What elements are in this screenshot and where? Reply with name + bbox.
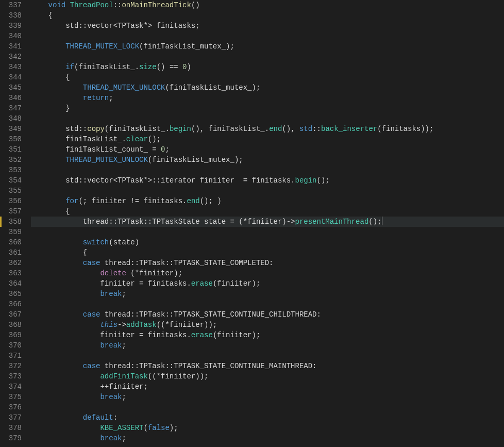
line-number: 361 [0, 247, 22, 258]
code-line[interactable]: THREAD_MUTEX_UNLOCK(finiTaskList_mutex_)… [31, 82, 504, 93]
code-token: break [100, 393, 122, 401]
code-line[interactable]: } [31, 103, 504, 113]
code-token: std [299, 125, 312, 133]
code-line[interactable]: break; [31, 392, 504, 402]
code-token: for [65, 197, 78, 205]
code-line[interactable]: this->addTask((*finiiter)); [31, 320, 504, 330]
code-line[interactable]: ++finiiter; [31, 382, 504, 392]
code-line[interactable]: for(; finiiter != finitasks.end(); ) [31, 196, 504, 206]
line-number: 363 [0, 268, 22, 278]
code-line[interactable] [31, 186, 504, 196]
code-token: ((*finiiter)); [148, 372, 209, 380]
code-line[interactable]: break; [31, 340, 504, 351]
code-area[interactable]: void ThreadPool::onMainThreadTick() { st… [31, 0, 504, 447]
code-token: finiiter = finitasks. [100, 331, 191, 339]
code-token: case [83, 310, 100, 319]
code-line[interactable]: case thread::TPTask::TPTASK_STATE_COMPLE… [31, 258, 504, 268]
code-token: (finiTaskList_mutex_); [139, 42, 234, 51]
code-token: finiTaskList_count_ = [65, 145, 161, 154]
code-token: (state) [109, 238, 139, 246]
code-token: copy [87, 125, 105, 133]
code-line[interactable]: THREAD_MUTEX_LOCK(finiTaskList_mutex_); [31, 41, 504, 52]
code-line[interactable]: THREAD_MUTEX_UNLOCK(finiTaskList_mutex_)… [31, 155, 504, 165]
code-line[interactable] [31, 351, 504, 361]
code-token: (finiTaskList_. [105, 125, 170, 133]
code-line[interactable]: KBE_ASSERT(false); [31, 423, 504, 433]
code-line[interactable]: finiTaskList_.clear(); [31, 134, 504, 144]
line-number: 375 [0, 392, 22, 402]
line-number: 345 [0, 82, 22, 93]
code-editor[interactable]: 3373383393403413423433443453463473483493… [0, 0, 504, 447]
code-line[interactable] [31, 227, 504, 237]
code-line[interactable]: case thread::TPTask::TPTASK_STATE_CONTIN… [31, 361, 504, 371]
code-token: (); [317, 176, 330, 185]
code-token: finiiter = finitasks. [100, 279, 191, 288]
code-line[interactable]: finiTaskList_count_ = 0; [31, 144, 504, 155]
code-line[interactable]: std::vector<TPTask*>::iterator finiiter … [31, 175, 504, 186]
code-line[interactable] [31, 113, 504, 124]
line-number: 367 [0, 309, 22, 320]
code-token: onMainThreadTick [122, 1, 191, 9]
code-token: case [83, 362, 100, 370]
code-line[interactable]: { [31, 72, 504, 82]
code-token: (); [368, 218, 381, 226]
code-line[interactable]: return; [31, 93, 504, 103]
code-token: ; [122, 290, 126, 298]
line-number: 357 [0, 206, 22, 217]
code-line[interactable]: { [31, 10, 504, 21]
code-token: back_inserter [321, 125, 377, 133]
code-line[interactable]: delete (*finiiter); [31, 268, 504, 278]
code-line[interactable]: thread::TPTask::TPTaskState state = (*fi… [31, 217, 504, 227]
line-number: 344 [0, 72, 22, 82]
code-line[interactable]: case thread::TPTask::TPTASK_STATE_CONTIN… [31, 309, 504, 320]
code-line[interactable]: { [31, 206, 504, 217]
code-line[interactable]: void ThreadPool::onMainThreadTick() [31, 0, 504, 10]
code-token: std::vector<TPTask*> finitasks; [65, 22, 199, 30]
code-token: (finitasks)); [377, 125, 433, 133]
code-line[interactable]: break; [31, 433, 504, 443]
code-token: (finiTaskList_mutex_); [165, 84, 260, 92]
code-token: this [100, 321, 117, 329]
code-token: (); [148, 135, 161, 143]
code-line[interactable] [31, 52, 504, 62]
code-line[interactable] [31, 299, 504, 309]
line-number: 350 [0, 134, 22, 144]
code-token: () [191, 1, 200, 9]
code-line[interactable]: if(finiTaskList_.size() == 0) [31, 62, 504, 72]
code-line[interactable] [31, 31, 504, 41]
code-token: erase [191, 331, 213, 339]
code-line[interactable]: finiiter = finitasks.erase(finiiter); [31, 330, 504, 340]
code-token: (), finiTaskList_. [191, 125, 269, 133]
code-token: THREAD_MUTEX_UNLOCK [83, 84, 165, 92]
code-token: THREAD_MUTEX_LOCK [65, 42, 139, 51]
code-token: ; [122, 341, 126, 350]
code-line[interactable]: addFiniTask((*finiiter)); [31, 371, 504, 382]
code-line[interactable]: break; [31, 289, 504, 299]
code-line[interactable]: switch(state) [31, 237, 504, 247]
code-token: () == [157, 63, 182, 71]
line-number: 356 [0, 196, 22, 206]
code-line[interactable]: finiiter = finitasks.erase(finiiter); [31, 278, 504, 289]
code-line[interactable]: default: [31, 412, 504, 423]
code-token: end [187, 197, 199, 205]
code-token: thread::TPTask::TPTaskState state = (*fi… [83, 218, 295, 226]
code-token: ThreadPool [70, 1, 113, 9]
code-token: THREAD_MUTEX_UNLOCK [65, 156, 148, 164]
code-token: { [48, 11, 53, 20]
code-token: (finiiter); [213, 331, 260, 339]
code-token: begin [170, 125, 191, 133]
line-number: 372 [0, 361, 22, 371]
line-number: 355 [0, 186, 22, 196]
line-number: 351 [0, 144, 22, 155]
code-line[interactable] [31, 402, 504, 412]
code-line[interactable]: std::vector<TPTask*> finitasks; [31, 21, 504, 31]
code-token: begin [295, 176, 317, 185]
line-number: 366 [0, 299, 22, 309]
code-token: break [100, 341, 122, 350]
line-number: 368 [0, 320, 22, 330]
code-line[interactable] [31, 165, 504, 175]
code-line[interactable]: { [31, 247, 504, 258]
code-line[interactable]: std::copy(finiTaskList_.begin(), finiTas… [31, 124, 504, 134]
line-number: 343 [0, 62, 22, 72]
code-token: addFiniTask [100, 372, 147, 380]
